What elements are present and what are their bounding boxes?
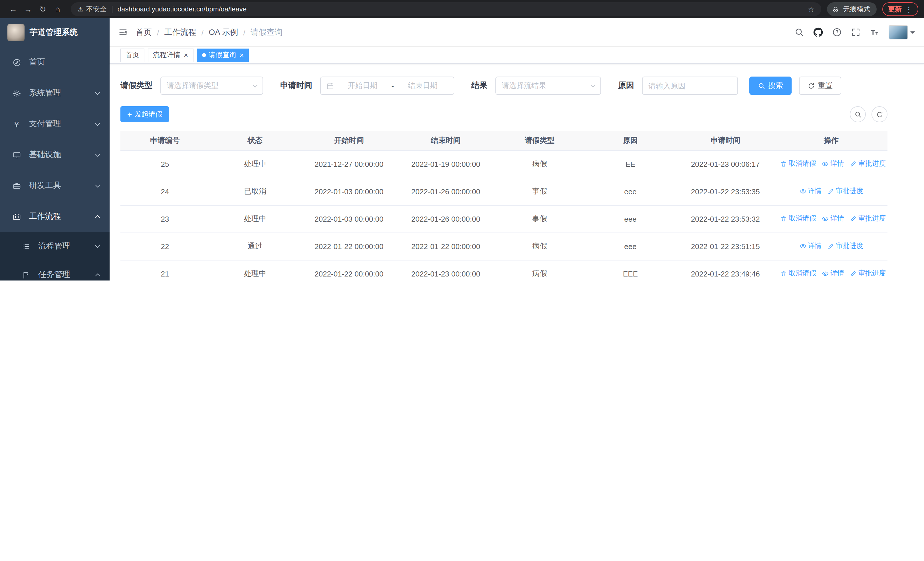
cell-apply-time: 2022-01-22 23:53:35 <box>676 177 775 205</box>
cancel-action-link[interactable]: 取消请假 <box>780 159 816 169</box>
logo-image <box>8 24 24 41</box>
progress-action-link[interactable]: 审批进度 <box>827 241 863 251</box>
tab-leave-query[interactable]: 请假查询 × <box>196 48 249 62</box>
cell-end-time: 2022-01-26 00:00:00 <box>397 205 494 233</box>
detail-action-link[interactable]: 详情 <box>799 186 822 196</box>
breadcrumb-oa-example[interactable]: OA 示例 <box>209 27 238 38</box>
cell-end-time: 2022-01-26 00:00:00 <box>397 177 494 205</box>
cell-actions: 取消请假详情审批进度 <box>775 260 888 281</box>
table-header-row: 申请编号 状态 开始时间 结束时间 请假类型 原因 申请时间 操作 <box>120 131 888 150</box>
app-logo[interactable]: 芋道管理系统 <box>0 18 110 47</box>
sidebar-item-label: 支付管理 <box>29 119 61 129</box>
col-status: 状态 <box>210 131 301 150</box>
chevron-down-icon <box>591 83 596 87</box>
browser-reload-icon[interactable]: ↻ <box>35 2 50 17</box>
browser-back-icon[interactable]: ← <box>6 2 21 17</box>
close-icon[interactable]: × <box>184 51 188 59</box>
sidebar-item-label: 基础设施 <box>29 150 61 160</box>
leave-type-placeholder: 请选择请假类型 <box>166 81 219 91</box>
sidebar-item-home[interactable]: 首页 <box>0 47 110 78</box>
sidebar-item-label: 系统管理 <box>29 88 61 98</box>
help-icon[interactable] <box>832 27 842 37</box>
cell-start-time: 2021-12-27 00:00:00 <box>301 150 397 177</box>
tags-view-bar: 首页 流程详情 × 请假查询 × <box>110 47 924 64</box>
breadcrumb-home[interactable]: 首页 <box>136 27 152 38</box>
reset-button[interactable]: 重置 <box>799 77 841 95</box>
cell-end-time: 2022-01-22 00:00:00 <box>397 233 494 260</box>
github-icon[interactable] <box>813 27 823 37</box>
search-button[interactable]: 搜索 <box>749 77 792 95</box>
reason-label: 原因 <box>618 81 634 91</box>
tab-home[interactable]: 首页 <box>120 48 144 62</box>
toggle-search-button[interactable] <box>850 106 866 122</box>
workflow-submenu: 流程管理 任务管理 我的流程 <box>0 232 110 281</box>
leave-type-select[interactable]: 请选择请假类型 <box>160 77 263 95</box>
cell-start-time: 2022-01-22 00:00:00 <box>301 233 397 260</box>
detail-action-link[interactable]: 详情 <box>799 241 822 251</box>
app-title: 芋道管理系统 <box>30 27 78 38</box>
apply-time-range-picker[interactable]: 开始日期 - 结束日期 <box>320 77 454 95</box>
cancel-action-link[interactable]: 取消请假 <box>780 214 816 224</box>
chevron-down-icon <box>95 182 100 187</box>
sidebar-item-label: 流程管理 <box>38 241 70 251</box>
cell-status: 处理中 <box>210 205 301 233</box>
cancel-action-link[interactable]: 取消请假 <box>780 269 816 278</box>
cell-status: 处理中 <box>210 150 301 177</box>
cell-apply-id: 25 <box>120 150 210 177</box>
tab-process-detail[interactable]: 流程详情 × <box>148 48 193 62</box>
browser-home-icon[interactable]: ⌂ <box>50 2 65 17</box>
search-icon[interactable] <box>795 27 804 37</box>
close-icon[interactable]: × <box>239 51 244 59</box>
cell-actions: 详情审批进度 <box>775 177 888 205</box>
chevron-down-icon <box>253 83 258 87</box>
cell-apply-id: 21 <box>120 260 210 281</box>
page-content: 请假类型 请选择请假类型 申请时间 开始日期 <box>110 64 924 281</box>
cell-actions: 取消请假详情审批进度 <box>775 150 888 177</box>
detail-action-link[interactable]: 详情 <box>822 269 844 278</box>
browser-address-bar[interactable]: ⚠ 不安全 dashboard.yudao.iocoder.cn/bpm/oa/… <box>71 2 821 16</box>
progress-action-link[interactable]: 审批进度 <box>850 159 886 169</box>
progress-action-link[interactable]: 审批进度 <box>850 214 886 224</box>
breadcrumb-separator: / <box>201 28 204 37</box>
browser-forward-icon[interactable]: → <box>21 2 35 17</box>
fullscreen-icon[interactable] <box>851 27 861 37</box>
sidebar-fold-button[interactable] <box>118 27 128 37</box>
refresh-icon <box>808 82 815 89</box>
cell-status: 通过 <box>210 233 301 260</box>
cell-start-time: 2022-01-22 00:00:00 <box>301 260 397 281</box>
progress-action-link[interactable]: 审批进度 <box>827 186 863 196</box>
sidebar-item-task-mgmt[interactable]: 任务管理 <box>0 260 110 281</box>
cell-apply-id: 24 <box>120 177 210 205</box>
result-select[interactable]: 请选择流结果 <box>495 77 601 95</box>
incognito-icon <box>831 5 840 13</box>
browser-menu-icon[interactable]: ⋮ <box>905 5 913 14</box>
plus-icon: + <box>127 110 132 118</box>
progress-action-link[interactable]: 审批进度 <box>850 269 886 278</box>
breadcrumb-workflow[interactable]: 工作流程 <box>164 27 196 38</box>
sidebar-item-system-mgmt[interactable]: 系统管理 <box>0 78 110 108</box>
search-icon <box>758 82 765 89</box>
browser-update-button[interactable]: 更新 ⋮ <box>882 2 918 16</box>
refresh-table-button[interactable] <box>872 106 888 122</box>
user-menu[interactable] <box>889 25 915 39</box>
create-leave-button[interactable]: + 发起请假 <box>120 106 169 122</box>
sidebar-item-infrastructure[interactable]: 基础设施 <box>0 139 110 170</box>
cell-start-time: 2022-01-03 00:00:00 <box>301 177 397 205</box>
sidebar-item-label: 工作流程 <box>29 211 61 222</box>
sidebar-item-label: 研发工具 <box>29 180 61 191</box>
bookmark-star-icon[interactable]: ☆ <box>808 5 814 14</box>
reset-button-label: 重置 <box>818 81 832 91</box>
sidebar-item-dev-tools[interactable]: 研发工具 <box>0 170 110 201</box>
cell-apply-time: 2022-01-23 00:06:17 <box>676 150 775 177</box>
font-size-icon[interactable] <box>870 27 879 37</box>
detail-action-link[interactable]: 详情 <box>822 214 844 224</box>
sidebar-item-process-mgmt[interactable]: 流程管理 <box>0 232 110 260</box>
detail-action-link[interactable]: 详情 <box>822 159 844 169</box>
avatar <box>889 25 908 39</box>
cell-reason: eee <box>585 233 676 260</box>
chevron-down-icon <box>95 90 100 95</box>
reason-input[interactable] <box>642 77 738 95</box>
leave-type-label: 请假类型 <box>120 81 152 91</box>
sidebar-item-payment-mgmt[interactable]: ¥ 支付管理 <box>0 108 110 139</box>
sidebar-item-workflow[interactable]: 工作流程 <box>0 201 110 232</box>
